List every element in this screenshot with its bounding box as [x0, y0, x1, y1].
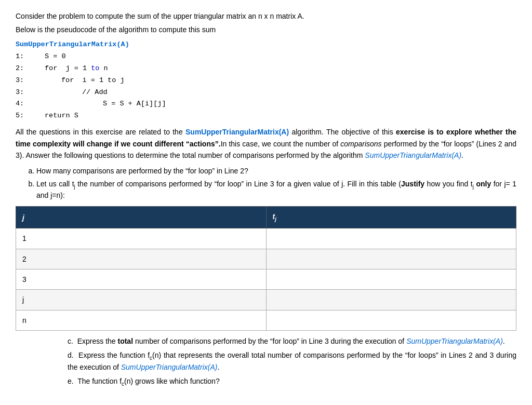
code-line-3a: 3: for i = 1 to j — [16, 75, 516, 87]
table-row: j — [16, 290, 516, 310]
table-cell-tj-2 — [266, 249, 516, 269]
question-e: e. The function fc(n) grows like which f… — [68, 376, 516, 388]
code-line-2: 2: for j = 1 to n — [16, 63, 516, 75]
table-row: n — [16, 310, 516, 330]
intro-line1: Consider the problem to compute the sum … — [16, 10, 516, 22]
table-cell-tj-j — [266, 290, 516, 310]
function-name: SumUpperTriangularMatrix(A) — [16, 39, 129, 51]
main-content: Consider the problem to compute the sum … — [16, 10, 516, 388]
sub-questions-ab: How many comparisons are performed by th… — [36, 166, 516, 201]
code-line-3b: 3: // Add — [16, 87, 516, 99]
question-b: Let us call tj the number of comparisons… — [36, 179, 516, 201]
comparison-table: j tj 1 2 3 j n — [16, 206, 516, 331]
table-cell-tj-n — [266, 310, 516, 330]
table-header-row: j tj — [16, 207, 516, 228]
code-line-4: 4: S = S + A[i][j] — [16, 98, 516, 110]
table-cell-j-3: 3 — [16, 269, 267, 289]
code-line-1: 1: S = 0 — [16, 51, 516, 63]
table-cell-j-1: 1 — [16, 228, 267, 249]
code-function-header: SumUpperTriangularMatrix(A) — [16, 39, 516, 51]
table-row: 2 — [16, 249, 516, 269]
code-line-5: 5: return S — [16, 110, 516, 122]
table-row: 3 — [16, 269, 516, 289]
table-cell-j-2: 2 — [16, 249, 267, 269]
question-d: d. Express the function fc(n) that repre… — [68, 350, 516, 373]
table-cell-tj-1 — [266, 228, 516, 249]
table-header: j tj — [16, 207, 516, 228]
description-paragraph: All the questions in this exercise are r… — [16, 126, 516, 161]
table-cell-j-j: j — [16, 290, 267, 310]
table-cell-tj-3 — [266, 269, 516, 289]
table-row: 1 — [16, 228, 516, 249]
table-body: 1 2 3 j n — [16, 228, 516, 331]
code-block: SumUpperTriangularMatrix(A) 1: S = 0 2: … — [16, 39, 516, 123]
table-header-tj: tj — [266, 207, 516, 228]
sub-questions-cde: c. Express the total number of compariso… — [36, 336, 516, 388]
table-cell-j-n: n — [16, 310, 267, 330]
question-a: How many comparisons are performed by th… — [36, 166, 516, 177]
table-header-j: j — [16, 207, 267, 228]
intro-line2: Below is the pseudocode of the algorithm… — [16, 24, 516, 35]
question-c: c. Express the total number of compariso… — [68, 336, 516, 347]
